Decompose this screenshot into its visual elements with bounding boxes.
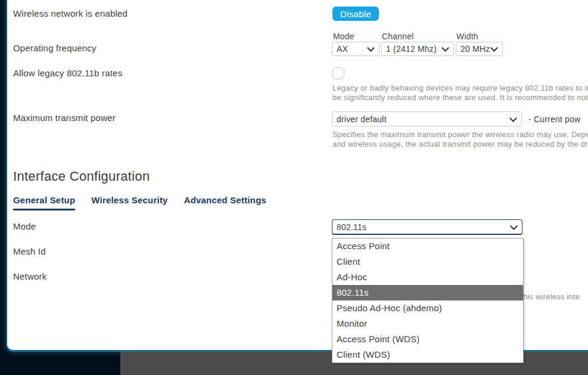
chevron-down-icon (367, 44, 375, 52)
legacy-rates-description-line2: be significantly reduced where these are… (332, 93, 588, 103)
mode-label: Mode (13, 221, 36, 231)
txpower-description-line1: Specifies the maximum transmit power the… (332, 130, 588, 140)
interface-mode-select-value: 802.11s (337, 222, 366, 232)
chevron-down-icon (510, 222, 518, 230)
mode-select[interactable]: AX (332, 42, 379, 56)
wireless-enabled-label: Wireless network is enabled (13, 8, 127, 18)
width-column-label: Width (456, 32, 478, 41)
txpower-select[interactable]: driver default (332, 111, 522, 126)
chevron-down-icon (490, 44, 498, 52)
interface-config-tabs: General Setup Wireless Security Advanced… (13, 195, 266, 210)
channel-column-label: Channel (382, 32, 414, 41)
network-label: Network (13, 271, 46, 281)
width-select[interactable]: 20 MHz (456, 42, 503, 56)
mode-column-label: Mode (333, 32, 354, 41)
channel-select[interactable]: 1 (2412 Mhz) (381, 42, 454, 56)
disable-button[interactable]: Disable (332, 7, 379, 21)
current-power-text: - Current pow (528, 114, 580, 124)
mode-option[interactable]: Ad-Hoc (332, 269, 523, 285)
txpower-select-value: driver default (337, 114, 387, 124)
max-txpower-label: Maximum transmit power (13, 113, 116, 123)
mesh-id-label: Mesh Id (13, 246, 46, 256)
mode-select-value: AX (337, 44, 348, 54)
mode-option[interactable]: Client (WDS) (332, 347, 523, 362)
mode-option[interactable]: Client (332, 254, 523, 269)
mode-option[interactable]: Access Point (332, 238, 523, 254)
chevron-down-icon (441, 44, 449, 52)
txpower-description-line2: and wireless usage, the actual transmit … (332, 140, 588, 149)
interface-config-heading: Interface Configuration (13, 169, 150, 184)
mode-option[interactable]: Access Point (WDS) (332, 331, 523, 347)
mode-dropdown-list: Access Point Client Ad-Hoc 802.11s Pseud… (332, 238, 524, 363)
mode-option[interactable]: Monitor (332, 316, 523, 331)
legacy-rates-checkbox[interactable] (332, 67, 344, 79)
tab-wireless-security[interactable]: Wireless Security (91, 195, 167, 210)
wireless-settings-page: Wireless network is enabled Disable Oper… (0, 0, 588, 375)
interface-mode-select[interactable]: 802.11s (332, 219, 522, 235)
mode-option-selected[interactable]: 802.11s (332, 285, 523, 300)
mode-option[interactable]: Pseudo Ad-Hoc (ahdemo) (332, 300, 523, 316)
chevron-down-icon (509, 114, 517, 122)
network-description-fragment: his wireless inte (523, 292, 580, 302)
legacy-rates-description-line1: Legacy or badly behaving devices may req… (332, 83, 588, 93)
tab-general-setup[interactable]: General Setup (13, 195, 75, 210)
operating-frequency-label: Operating frequency (13, 43, 97, 53)
channel-select-value: 1 (2412 Mhz) (386, 44, 437, 54)
width-select-value: 20 MHz (461, 44, 490, 54)
tab-advanced-settings[interactable]: Advanced Settings (184, 195, 266, 210)
legacy-rates-label: Allow legacy 802.11b rates (13, 68, 122, 78)
